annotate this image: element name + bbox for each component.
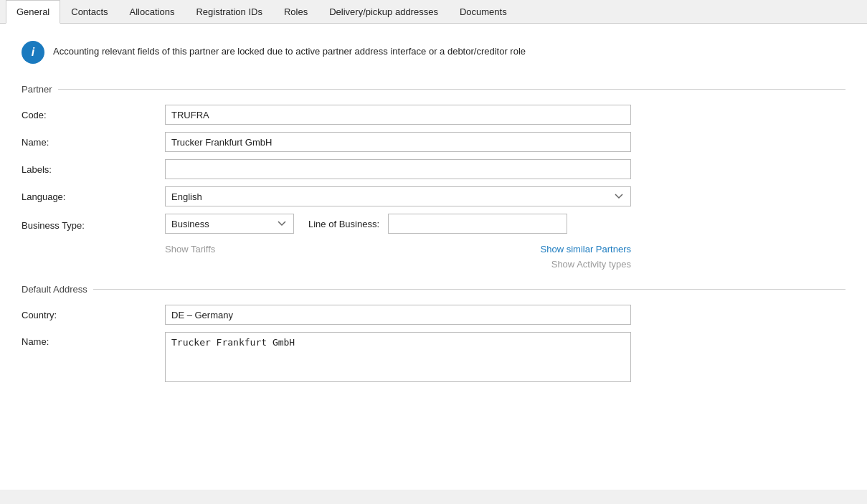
business-type-select[interactable]: Business Private (165, 214, 294, 234)
links-area: Show Tariffs Show similar Partners Show … (165, 244, 631, 270)
code-row: Code: (22, 105, 845, 125)
tab-registration-ids[interactable]: Registration IDs (185, 0, 273, 24)
show-activity-types-link[interactable]: Show Activity types (551, 259, 631, 270)
labels-label: Labels: (22, 164, 165, 175)
links-top: Show Tariffs Show similar Partners (165, 244, 631, 255)
language-row: Language: English German (22, 186, 845, 206)
tab-delivery-pickup[interactable]: Delivery/pickup addresses (318, 0, 449, 24)
default-address-section-header: Default Address (22, 284, 845, 295)
country-row: Country: (22, 305, 845, 325)
info-text: Accounting relevant fields of this partn… (53, 41, 526, 58)
labels-row: Labels: (22, 159, 845, 179)
name-label: Name: (22, 137, 165, 148)
main-content: i Accounting relevant fields of this par… (0, 24, 867, 490)
default-address-section-label: Default Address (22, 284, 93, 295)
address-name-textarea[interactable]: Trucker Frankfurt GmbH (165, 332, 631, 382)
tab-contacts[interactable]: Contacts (60, 0, 118, 24)
lob-label: Line of Business: (308, 219, 379, 229)
show-tariffs-link[interactable]: Show Tariffs (165, 244, 215, 255)
language-label: Language: (22, 191, 165, 202)
tab-allocations[interactable]: Allocations (119, 0, 186, 24)
tab-bar: General Contacts Allocations Registratio… (0, 0, 867, 24)
language-select[interactable]: English German (165, 186, 631, 206)
partner-section-header: Partner (22, 84, 845, 95)
address-name-label: Name: (22, 332, 165, 347)
tab-documents[interactable]: Documents (449, 0, 518, 24)
business-type-row: Business Type: Business Private Line of … (22, 214, 845, 237)
tab-general[interactable]: General (6, 0, 60, 24)
name-input[interactable] (165, 132, 631, 152)
country-label: Country: (22, 310, 165, 320)
code-input[interactable] (165, 105, 631, 125)
labels-input[interactable] (165, 159, 631, 179)
country-input[interactable] (165, 305, 631, 325)
partner-section-divider (58, 89, 845, 90)
show-similar-partners-link[interactable]: Show similar Partners (541, 244, 631, 255)
info-icon: i (22, 41, 44, 64)
links-bottom: Show Activity types (165, 259, 631, 270)
lob-input[interactable] (388, 214, 567, 234)
partner-section-label: Partner (22, 84, 58, 95)
name-row: Name: (22, 132, 845, 152)
code-label: Code: (22, 110, 165, 120)
business-type-label: Business Type: (22, 220, 165, 231)
address-name-row: Name: Trucker Frankfurt GmbH (22, 332, 845, 382)
tab-roles[interactable]: Roles (273, 0, 318, 24)
default-address-section-divider (93, 289, 845, 290)
business-type-controls: Business Private Line of Business: (165, 214, 567, 234)
info-banner: i Accounting relevant fields of this par… (22, 38, 845, 67)
